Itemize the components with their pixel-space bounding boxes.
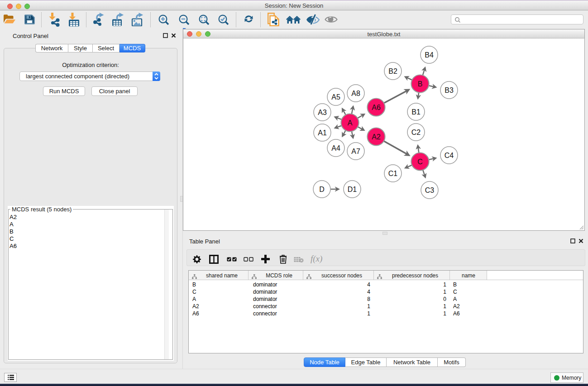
- svg-text:B: B: [418, 80, 423, 88]
- svg-text:A2: A2: [372, 133, 381, 141]
- svg-text:C2: C2: [411, 129, 421, 136]
- svg-text:C: C: [417, 158, 423, 166]
- svg-text:A8: A8: [351, 90, 360, 97]
- svg-text:A1: A1: [318, 129, 327, 137]
- svg-text:D: D: [319, 186, 325, 193]
- svg-text:A4: A4: [331, 144, 340, 152]
- svg-text:B3: B3: [445, 86, 454, 94]
- svg-text:C3: C3: [425, 186, 435, 194]
- svg-text:B1: B1: [411, 108, 421, 116]
- svg-text:A3: A3: [318, 109, 327, 116]
- svg-text:A6: A6: [372, 104, 381, 111]
- svg-text:C1: C1: [388, 170, 398, 177]
- svg-text:D1: D1: [348, 186, 357, 193]
- svg-text:B4: B4: [425, 51, 434, 59]
- svg-text:C4: C4: [445, 152, 454, 159]
- svg-text:A7: A7: [351, 148, 360, 155]
- svg-text:A: A: [348, 119, 353, 127]
- svg-text:A5: A5: [331, 93, 340, 101]
- svg-text:B2: B2: [388, 67, 397, 75]
